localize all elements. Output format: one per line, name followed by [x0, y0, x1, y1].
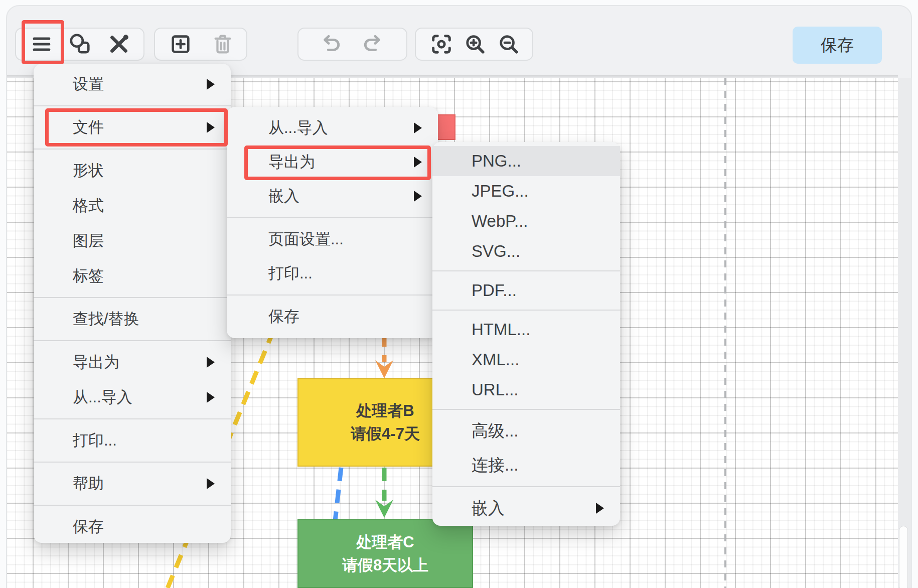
menu-item-embed[interactable]: 嵌入 — [432, 491, 620, 525]
shapes-icon — [69, 33, 92, 56]
redo-button[interactable] — [359, 31, 386, 58]
edit-style-button[interactable] — [105, 31, 132, 58]
submenu-arrow-icon — [414, 191, 422, 202]
menu-item-jpeg[interactable]: JPEG... — [432, 176, 620, 206]
highlight-box-file-item — [45, 108, 228, 146]
export-submenu: PNG... JPEG... WebP... SVG... PDF... HTM… — [432, 142, 620, 526]
add-button[interactable] — [167, 31, 194, 58]
file-submenu: 从...导入 导出为 嵌入 页面设置... 打印... 保存 — [227, 107, 438, 338]
submenu-arrow-icon — [207, 357, 215, 368]
zoom-out-icon — [497, 33, 520, 56]
node-processor-c[interactable]: 处理者C 请假8天以上 — [297, 519, 473, 588]
toolbar-group-history — [297, 28, 407, 61]
menu-divider — [432, 486, 620, 487]
menu-divider — [34, 105, 231, 106]
menu-item-import-from[interactable]: 从...导入 — [34, 380, 231, 415]
menu-item-save[interactable]: 保存 — [227, 300, 438, 334]
shapes-button[interactable] — [67, 31, 94, 58]
zoom-fit-icon — [430, 33, 453, 56]
menu-divider — [34, 418, 231, 419]
menu-item-print[interactable]: 打印... — [34, 423, 231, 458]
menu-item-tags[interactable]: 标签 — [34, 258, 231, 293]
menu-item-help[interactable]: 帮助 — [34, 466, 231, 501]
menu-item-embed[interactable]: 嵌入 — [227, 179, 438, 213]
node-label: 处理者B — [356, 399, 414, 422]
page-boundary-dashed-line — [724, 78, 726, 588]
menu-divider — [227, 217, 438, 218]
menu-divider — [432, 310, 620, 311]
highlight-box-menu-button — [22, 20, 64, 64]
trash-icon — [211, 33, 234, 56]
menu-item-layers[interactable]: 图层 — [34, 223, 231, 258]
menu-item-png[interactable]: PNG... — [432, 146, 620, 176]
menu-item-svg[interactable]: SVG... — [432, 236, 620, 266]
app-window: 处理者B 请假4-7天 处理者C 请假8天以上 — [0, 0, 918, 588]
node-label: 请假8天以上 — [342, 554, 428, 577]
save-button[interactable]: 保存 — [793, 27, 882, 64]
menu-divider — [34, 505, 231, 506]
menu-divider — [227, 295, 438, 296]
menu-item-print[interactable]: 打印... — [227, 256, 438, 290]
menu-item-export-as[interactable]: 导出为 — [34, 345, 231, 380]
submenu-arrow-icon — [207, 79, 215, 90]
menu-item-xml[interactable]: XML... — [432, 345, 620, 375]
menu-item-save[interactable]: 保存 — [34, 509, 231, 544]
node-label: 处理者C — [356, 531, 414, 554]
redo-icon — [361, 33, 384, 56]
menu-item-pdf[interactable]: PDF... — [432, 275, 620, 306]
undo-button[interactable] — [318, 31, 345, 58]
zoom-fit-button[interactable] — [428, 31, 455, 58]
add-icon — [169, 33, 192, 56]
delete-button[interactable] — [209, 31, 236, 58]
menu-divider — [34, 462, 231, 463]
menu-item-url[interactable]: URL... — [432, 375, 620, 405]
menu-item-settings[interactable]: 设置 — [34, 67, 231, 102]
menu-item-page-setup[interactable]: 页面设置... — [227, 222, 438, 256]
menu-item-link[interactable]: 连接... — [432, 448, 620, 482]
menu-divider — [34, 149, 231, 150]
undo-icon — [320, 33, 343, 56]
vertical-scrollbar[interactable] — [899, 526, 908, 588]
zoom-out-button[interactable] — [495, 31, 522, 58]
submenu-arrow-icon — [414, 122, 422, 133]
menu-divider — [432, 270, 620, 271]
menu-item-webp[interactable]: WebP... — [432, 206, 620, 236]
edit-style-icon — [107, 33, 130, 56]
menu-divider — [34, 297, 231, 298]
submenu-arrow-icon — [596, 503, 604, 514]
node-label: 请假4-7天 — [351, 422, 420, 446]
menu-item-html[interactable]: HTML... — [432, 315, 620, 345]
submenu-arrow-icon — [207, 392, 215, 403]
highlight-box-export-item — [244, 145, 431, 180]
submenu-arrow-icon — [207, 478, 215, 489]
zoom-in-button[interactable] — [462, 31, 489, 58]
zoom-in-icon — [464, 33, 487, 56]
menu-item-format[interactable]: 格式 — [34, 188, 231, 223]
menu-divider — [432, 409, 620, 410]
canvas-right-gutter — [898, 78, 911, 588]
menu-divider — [34, 340, 231, 341]
save-button-label: 保存 — [821, 34, 854, 57]
menu-item-advanced[interactable]: 高级... — [432, 414, 620, 448]
menu-item-find-replace[interactable]: 查找/替换 — [34, 302, 231, 337]
menu-item-shapes[interactable]: 形状 — [34, 153, 231, 188]
menu-item-import-from[interactable]: 从...导入 — [227, 111, 438, 145]
